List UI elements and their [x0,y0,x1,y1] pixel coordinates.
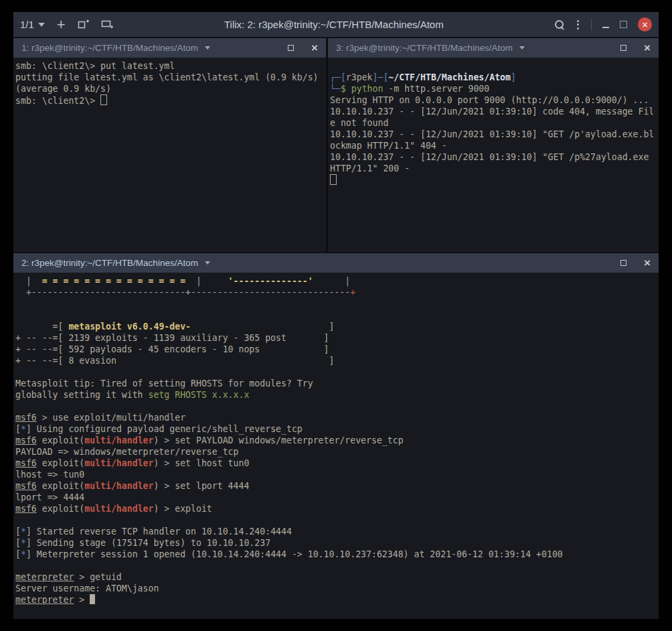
split-right-icon [78,19,89,30]
session-indicator: 1/1 [20,19,34,30]
split-down-button[interactable] [101,19,114,29]
window-close-button[interactable]: × [638,17,652,31]
window-title: Tilix: 2: r3pek@trinity:~/CTF/HTB/Machin… [114,19,554,30]
pane-2: 2: r3pek@trinity:~/CTF/HTB/Machines/Atom… [13,253,659,619]
pane-maximize-icon[interactable] [288,45,294,51]
restore-icon [620,21,627,28]
pane-3: 3: r3pek@trinity:~/CTF/HTB/Machines/Atom… [328,38,659,252]
chevron-down-icon[interactable] [519,46,525,50]
minimize-button[interactable] [602,21,609,28]
chevron-down-icon [38,23,45,27]
add-terminal-button[interactable]: + [57,18,66,31]
chevron-down-icon[interactable] [205,46,210,50]
restore-button[interactable] [620,21,627,28]
pane-close-icon[interactable]: × [311,42,318,54]
pane-close-icon[interactable]: × [644,257,651,269]
close-icon: × [642,19,647,29]
pane-container: 1: r3pek@trinity:~/CTF/HTB/Machines/Atom… [13,38,659,619]
terminal-2[interactable]: | = = = = = = = = = = = = = = | '-------… [13,273,659,619]
pane-maximize-icon[interactable] [620,260,626,266]
split-down-icon [101,19,114,29]
pane-1: 1: r3pek@trinity:~/CTF/HTB/Machines/Atom… [13,38,328,252]
session-switcher[interactable]: 1/1 [20,19,45,30]
terminal-3[interactable]: ┌─[r3pek]─[~/CTF/HTB/Machines/Atom]└─$ p… [328,58,659,252]
menu-button[interactable] [576,20,580,29]
minimize-icon [602,27,609,28]
split-right-button[interactable] [78,19,89,30]
search-icon [554,19,565,30]
title-bar[interactable]: 1/1 + Tilix: 2: r3pek@trinity:~/CTF/HTB/… [13,12,659,38]
search-button[interactable] [554,19,565,30]
pane-close-icon[interactable]: × [644,42,651,54]
tilix-window: 1/1 + Tilix: 2: r3pek@trinity:~/CTF/HTB/… [13,12,659,619]
pane-2-title: 2: r3pek@trinity:~/CTF/HTB/Machines/Atom [21,258,198,268]
pane-3-title: 3: r3pek@trinity:~/CTF/HTB/Machines/Atom [336,43,513,53]
pane-1-title: 1: r3pek@trinity:~/CTF/HTB/Machines/Atom [21,43,198,53]
pane-1-header[interactable]: 1: r3pek@trinity:~/CTF/HTB/Machines/Atom… [13,38,326,58]
pane-maximize-icon[interactable] [620,45,626,51]
chevron-down-icon[interactable] [205,261,210,265]
pane-3-header[interactable]: 3: r3pek@trinity:~/CTF/HTB/Machines/Atom… [328,38,659,58]
titlebar-separator [591,19,592,31]
terminal-1[interactable]: smb: \client2\> put latest.ymlputting fi… [13,58,326,252]
pane-2-header[interactable]: 2: r3pek@trinity:~/CTF/HTB/Machines/Atom… [13,253,659,273]
